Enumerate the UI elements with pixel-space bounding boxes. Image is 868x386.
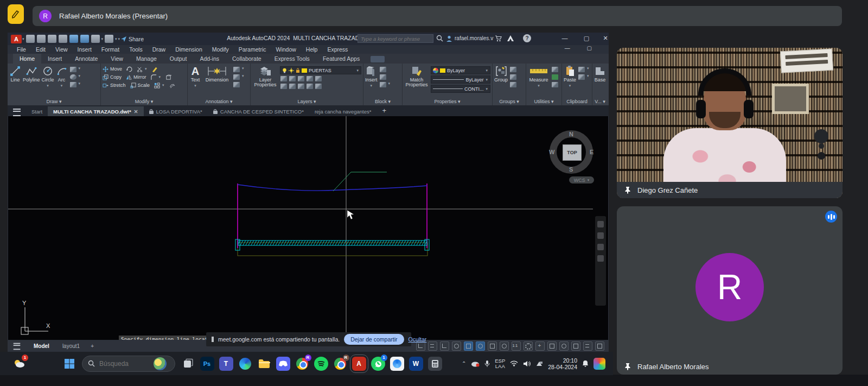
menu-parametric[interactable]: Parametric bbox=[234, 46, 271, 53]
rectangle-tool-icon[interactable] bbox=[70, 67, 76, 72]
ribbon-options-icon[interactable] bbox=[371, 56, 385, 62]
spotify-icon[interactable] bbox=[314, 357, 328, 371]
ribbon-tab-manage[interactable]: Manage bbox=[130, 54, 163, 64]
ribbon-tab-output[interactable]: Output bbox=[163, 54, 194, 64]
paste-button[interactable]: Paste▾ bbox=[564, 65, 576, 88]
menu-window[interactable]: Window bbox=[271, 46, 301, 53]
panel-caption-annotation[interactable]: Annotation ▾ bbox=[188, 98, 250, 105]
panel-caption-utilities[interactable]: Utilities ▾ bbox=[526, 98, 561, 105]
model-tab[interactable]: Model bbox=[26, 343, 57, 349]
menu-help[interactable]: Help bbox=[301, 46, 323, 53]
print-icon[interactable] bbox=[80, 35, 89, 43]
ellipse-tool-icon[interactable] bbox=[70, 74, 76, 80]
calculator-icon[interactable] bbox=[428, 357, 442, 371]
panel-caption-modify[interactable]: Modify ▾ bbox=[101, 98, 187, 105]
tab-reja-cancha[interactable]: reja cancha navegantes* bbox=[309, 106, 377, 116]
autocad-taskbar-icon[interactable]: A bbox=[352, 357, 366, 371]
start-button[interactable] bbox=[62, 357, 76, 371]
create-block-icon[interactable] bbox=[380, 67, 386, 72]
menu-view[interactable]: View bbox=[50, 46, 73, 53]
copy-button[interactable]: Copy bbox=[103, 73, 122, 81]
group-selection-icon[interactable] bbox=[510, 82, 516, 87]
hatch-tool-icon[interactable] bbox=[70, 82, 76, 87]
teams-icon[interactable]: T bbox=[219, 357, 233, 371]
photoshop-icon[interactable]: Ps bbox=[200, 357, 214, 371]
panel-caption-view[interactable]: V... ▾ bbox=[592, 98, 608, 105]
new-tab-button[interactable]: + bbox=[376, 104, 392, 116]
viewcube-north[interactable]: N bbox=[569, 131, 573, 137]
edit-block-icon[interactable] bbox=[380, 74, 386, 80]
panel-caption-groups[interactable]: Groups ▾ bbox=[493, 98, 526, 105]
notification-bell-icon[interactable] bbox=[582, 360, 589, 367]
cast-icon[interactable] bbox=[535, 360, 543, 367]
edge-icon[interactable] bbox=[238, 357, 252, 371]
id-point-icon[interactable] bbox=[552, 82, 558, 87]
plot-icon[interactable] bbox=[69, 35, 78, 43]
viewcube-east[interactable]: E bbox=[590, 149, 593, 155]
circle-button[interactable]: Circle▾ bbox=[42, 65, 54, 88]
cloud-status-icon[interactable] bbox=[471, 360, 480, 367]
lineweight-display-icon[interactable] bbox=[488, 341, 497, 351]
annotation-scale-icon[interactable] bbox=[512, 341, 521, 351]
taskbar-search-input[interactable] bbox=[98, 359, 150, 368]
measure-button[interactable]: Measure▾ bbox=[528, 65, 550, 88]
tab-losa-deportiva[interactable]: LOSA DEPORTIVA* bbox=[144, 106, 208, 116]
status-menu-icon[interactable] bbox=[14, 343, 21, 350]
chrome-icon[interactable]: R bbox=[295, 357, 309, 371]
base-button[interactable]: Base bbox=[594, 65, 606, 83]
ribbon-tab-insert[interactable]: Insert bbox=[41, 54, 68, 64]
snap-mode-icon[interactable] bbox=[416, 341, 425, 351]
group-edit-icon[interactable] bbox=[510, 74, 516, 80]
account-name[interactable]: rafael.morales.v bbox=[455, 35, 493, 41]
customization-icon[interactable] bbox=[535, 341, 545, 351]
save-as-icon[interactable] bbox=[59, 35, 67, 43]
maximize-button[interactable]: ▢ bbox=[579, 35, 593, 42]
graphics-performance-icon[interactable] bbox=[583, 341, 592, 351]
help-icon[interactable]: ? bbox=[523, 34, 531, 42]
menu-draw[interactable]: Draw bbox=[148, 46, 171, 53]
layer-properties-button[interactable]: Layer Properties bbox=[252, 65, 278, 87]
array-button[interactable]: ▾ bbox=[154, 81, 165, 89]
microphone-icon[interactable] bbox=[484, 360, 490, 368]
tray-expand-icon[interactable]: ⌃ bbox=[462, 360, 466, 366]
move-button[interactable]: Move bbox=[103, 65, 122, 73]
viewcube-south[interactable]: S bbox=[569, 166, 573, 173]
grid-icon[interactable] bbox=[428, 341, 437, 351]
ribbon-tab-view[interactable]: View bbox=[104, 54, 130, 64]
ribbon-tab-express[interactable]: Express Tools bbox=[268, 54, 316, 64]
menu-modify[interactable]: Modify bbox=[207, 46, 234, 53]
ribbon-tab-featured[interactable]: Featured Apps bbox=[316, 54, 366, 64]
ribbon-tab-collaborate[interactable]: Collaborate bbox=[226, 54, 268, 64]
menu-express[interactable]: Express bbox=[322, 46, 353, 53]
quick-select-icon[interactable] bbox=[552, 67, 558, 72]
widgets-weather-icon[interactable]: 1 bbox=[12, 357, 26, 371]
participant-tile-avatar[interactable]: R Rafael Alberto Morales bbox=[617, 206, 843, 375]
doc-tabs-menu-icon[interactable] bbox=[13, 109, 21, 116]
drawing-canvas[interactable]: Y X N W S E TOP WCS▾ Specify dimension l… bbox=[8, 116, 608, 340]
insert-button[interactable]: Insert▾ bbox=[365, 65, 378, 88]
block-attributes-icon[interactable] bbox=[380, 82, 386, 87]
layer-tool-icon[interactable] bbox=[298, 84, 304, 89]
polar-tracking-icon[interactable] bbox=[452, 341, 461, 351]
layer-tool-icon[interactable] bbox=[280, 76, 287, 81]
tab-start[interactable]: Start bbox=[26, 106, 48, 116]
mirror-button[interactable]: Mirror bbox=[126, 73, 146, 81]
lineweight-dropdown[interactable]: ByLayer▾ bbox=[431, 75, 490, 84]
leader-tool-icon[interactable] bbox=[233, 67, 240, 72]
participant-tile-video[interactable]: Diego Grez Cañete bbox=[617, 48, 843, 198]
menu-format[interactable]: Format bbox=[97, 46, 124, 53]
offset-icon[interactable] bbox=[169, 81, 175, 89]
layer-tool-icon[interactable] bbox=[307, 76, 313, 81]
units-icon[interactable] bbox=[559, 341, 569, 351]
search-highlight-image[interactable] bbox=[154, 357, 167, 370]
cut-icon[interactable] bbox=[578, 67, 585, 72]
word-icon[interactable]: W bbox=[409, 357, 423, 371]
colorful-app-icon[interactable] bbox=[593, 358, 605, 370]
presenter-pill[interactable]: R Rafael Alberto Morales (Presentar) bbox=[33, 6, 842, 26]
new-layout-button[interactable]: + bbox=[85, 343, 99, 349]
tab-cancha-cesped[interactable]: CANCHA DE CESPED SINTETICO* bbox=[208, 106, 309, 116]
navigation-bar[interactable] bbox=[595, 216, 606, 306]
menu-edit[interactable]: Edit bbox=[31, 46, 50, 53]
new-file-icon[interactable] bbox=[26, 35, 35, 43]
ribbon-tab-annotate[interactable]: Annotate bbox=[68, 54, 104, 64]
